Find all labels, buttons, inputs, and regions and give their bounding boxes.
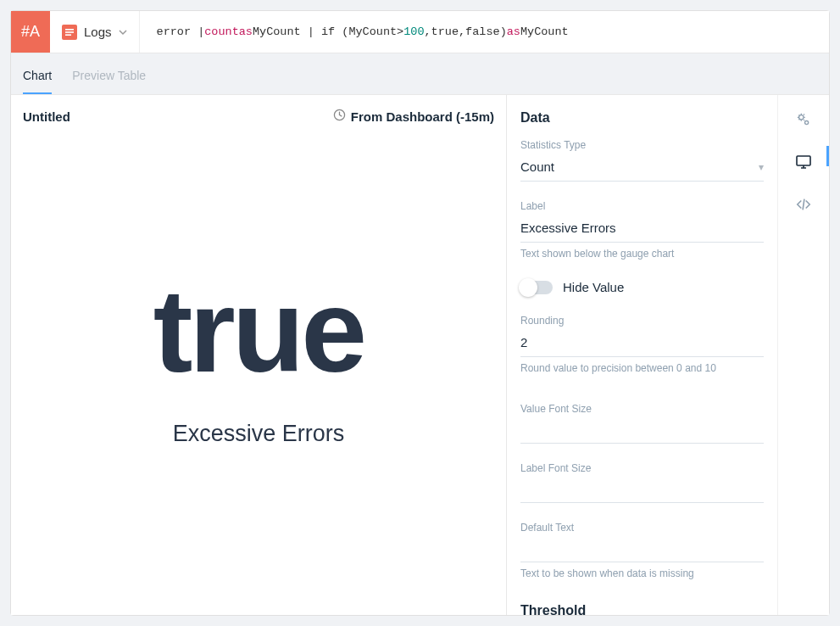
hide-value-toggle[interactable] bbox=[520, 281, 553, 294]
query-input[interactable]: error | count as MyCount | if (MyCount> … bbox=[140, 11, 829, 53]
tab-preview-table[interactable]: Preview Table bbox=[72, 69, 146, 94]
rounding-field: Rounding 2 Round value to precision betw… bbox=[520, 315, 764, 374]
settings-gears-icon[interactable] bbox=[794, 110, 813, 129]
svg-rect-2 bbox=[65, 34, 71, 36]
app-window: #A Logs error | count as MyCount | if (M… bbox=[10, 10, 830, 616]
hide-value-toggle-row: Hide Value bbox=[520, 280, 764, 294]
preview-header: Untitled From Dashboard (-15m) bbox=[11, 95, 506, 137]
label-font-size-field: Label Font Size bbox=[520, 462, 764, 503]
svg-rect-0 bbox=[65, 29, 74, 31]
preview-pane: Untitled From Dashboard (-15m) true Exce… bbox=[11, 95, 507, 615]
toggle-knob bbox=[519, 278, 537, 297]
svg-rect-1 bbox=[65, 31, 74, 33]
gauge-label: Excessive Errors bbox=[173, 421, 345, 447]
content: Untitled From Dashboard (-15m) true Exce… bbox=[11, 94, 829, 615]
code-icon[interactable] bbox=[794, 195, 813, 214]
default-text-field: Default Text Text to be shown when data … bbox=[520, 522, 764, 579]
gauge-value: true bbox=[153, 271, 364, 390]
clock-icon bbox=[333, 109, 346, 124]
section-data-title: Data bbox=[520, 110, 764, 126]
chevron-down-icon bbox=[119, 25, 127, 40]
preview-body: true Excessive Errors bbox=[11, 137, 506, 615]
query-bar: #A Logs error | count as MyCount | if (M… bbox=[11, 11, 829, 53]
panel-title[interactable]: Untitled bbox=[23, 109, 70, 124]
svg-rect-6 bbox=[797, 156, 810, 165]
statistics-type-select[interactable]: Count ▾ bbox=[520, 156, 764, 182]
label-field: Label Excessive Errors Text shown below … bbox=[520, 200, 764, 260]
query-tag[interactable]: #A bbox=[11, 11, 50, 53]
display-icon[interactable] bbox=[794, 153, 813, 171]
config-pane: Data Statistics Type Count ▾ Label Exces… bbox=[507, 95, 778, 615]
default-text-input[interactable] bbox=[520, 539, 764, 562]
value-font-size-input[interactable] bbox=[520, 420, 764, 444]
rounding-input[interactable]: 2 bbox=[520, 332, 764, 357]
label-font-size-input[interactable] bbox=[520, 479, 764, 503]
label-input[interactable]: Excessive Errors bbox=[520, 217, 764, 243]
source-dropdown[interactable]: Logs bbox=[50, 11, 140, 53]
tab-chart[interactable]: Chart bbox=[23, 69, 52, 94]
value-font-size-field: Value Font Size bbox=[520, 403, 764, 444]
section-threshold-title: Threshold bbox=[520, 603, 764, 615]
logs-icon bbox=[62, 25, 77, 40]
tabs: Chart Preview Table bbox=[11, 53, 829, 94]
svg-point-4 bbox=[799, 115, 804, 120]
time-range[interactable]: From Dashboard (-15m) bbox=[333, 109, 494, 124]
right-rail bbox=[778, 95, 829, 615]
source-label: Logs bbox=[84, 25, 112, 39]
statistics-type-field: Statistics Type Count ▾ bbox=[520, 139, 764, 182]
rail-active-indicator bbox=[826, 146, 829, 166]
svg-point-5 bbox=[805, 121, 809, 125]
chevron-down-icon: ▾ bbox=[759, 161, 764, 173]
